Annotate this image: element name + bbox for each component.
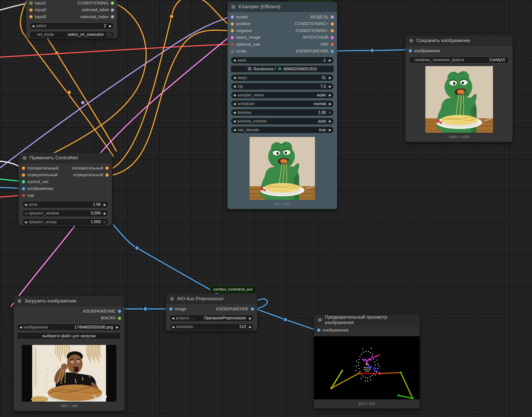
node-title-bar[interactable]: KSampler (Efficient) [227,2,337,12]
widget-preproc-...[interactable]: ◀preproc ...OpenposePreprocessor▶ [169,315,254,322]
node-image-preview[interactable] [22,345,116,402]
widget-steps[interactable]: ◀steps31▶ [231,74,334,81]
node-title-bar[interactable]: Предварительный просмотр изображения [314,315,420,325]
node-collapse-icon[interactable] [409,39,413,42]
widget-выберите-файл-для-загрузки[interactable]: выберите файл для загрузки [17,332,121,339]
widget-scheduler[interactable]: ◀schedulernormal▶ [231,100,334,107]
slot-dot[interactable] [105,173,109,177]
slot-dot[interactable] [29,8,33,12]
widget-seed[interactable]: ◀seed-1▶ [231,57,334,64]
widget-cfg[interactable]: ◀cfg7.0▶ [231,83,334,90]
input-slot-изображения[interactable]: изображения [317,328,349,333]
input-slot-negative[interactable]: negative [231,28,252,33]
input-slot-vae[interactable]: vae [22,193,34,198]
node-image-preview[interactable] [314,336,420,399]
slot-dot[interactable] [111,1,114,5]
slot-dot[interactable] [231,29,234,32]
input-slot-script[interactable]: script [231,49,246,54]
node-title-bar[interactable]: Применить ControlNet [19,153,112,163]
slot-dot[interactable] [118,310,121,313]
slot-dot[interactable] [231,43,234,46]
input-slot-отрицательный[interactable]: отрицательный [22,172,57,177]
output-slot-отрицательный[interactable]: отрицательный [73,172,109,177]
slot-dot[interactable] [111,15,114,18]
slot-dot[interactable] [331,29,334,32]
input-slot-изображения[interactable]: изображения [409,48,440,53]
output-slot-МОДЕЛЬ[interactable]: МОДЕЛЬ [310,15,334,20]
slot-dot[interactable] [409,49,412,52]
slot-dot[interactable] [331,36,334,39]
node-load-image[interactable]: Загрузить изображениеИЗОБРАЖЕНИЕМАСКА◀из… [14,296,124,411]
slot-dot[interactable] [22,167,25,170]
slot-dot[interactable] [29,1,33,5]
input-slot-latent_image[interactable]: latent_image [231,35,260,40]
slot-dot[interactable] [22,180,25,183]
node-preview-image[interactable]: Предварительный просмотр изображенияизоб… [314,315,420,409]
input-slot-image[interactable]: image [169,307,186,312]
node-collapse-icon[interactable] [231,5,235,9]
output-slot-VAE[interactable]: VAE [320,42,334,47]
widget-сила[interactable]: ◀сила1.00▶ [22,201,109,208]
widget-vae_decode[interactable]: ◀vae_decodetrue▶ [231,126,334,133]
node-collapse-icon[interactable] [18,299,21,303]
slot-dot[interactable] [22,173,25,177]
input-slot-input3[interactable]: input3 [29,14,46,19]
node-title-bar[interactable]: AIO Aux Preprocessor [166,294,257,304]
input-slot-control_net[interactable]: control_net [22,179,48,184]
slot-dot[interactable] [331,50,334,53]
slot-dot[interactable] [105,167,109,170]
input-slot-input1[interactable]: input1 [29,1,46,6]
node-title-bar[interactable]: Сохранить изображение [405,36,513,46]
node-conditioning-switch[interactable]: input1CONDITIONINGinput2selected_labelin… [26,0,117,38]
node-aio-aux-preprocessor[interactable]: AIO Aux PreprocessorimageИЗОБРАЖЕНИЕ◀pre… [166,294,257,331]
node-apply-controlnet[interactable]: Применить ControlNetположительныйположит… [19,153,112,226]
widget-denoise[interactable]: ◀denoise1.00▶ [231,109,334,116]
node-image-preview[interactable] [425,66,493,133]
widget-sel_mode[interactable]: sel_modeselect_on_execution [29,31,114,38]
slot-dot[interactable] [231,50,234,53]
widget-Randomize-[interactable]: ⚄Randomize /♻806692406051933 [231,65,334,73]
node-collapse-icon[interactable] [318,318,322,322]
node-title-bar[interactable]: Загрузить изображение [14,296,124,306]
slot-dot[interactable] [317,329,320,332]
node-collapse-icon[interactable] [23,156,26,160]
output-slot-МАСКА[interactable]: МАСКА [101,316,121,321]
slot-dot[interactable] [231,15,234,19]
node-ksampler-efficient[interactable]: KSampler (Efficient)modelМОДЕЛЬpositiveC… [227,2,337,209]
output-slot-ИЗОБРАЖЕНИЕ[interactable]: ИЗОБРАЖЕНИЕ [216,307,254,312]
widget-sampler_name[interactable]: ◀sampler_nameeuler▶ [231,91,334,99]
widget-resolution[interactable]: ◀resolution512▶ [169,323,254,331]
input-slot-положительный[interactable]: положительный [22,166,58,171]
node-graph-canvas[interactable]: comfyui_controlnet_aux input1CONDITIONIN… [0,0,532,417]
input-slot-input2[interactable]: input2 [29,7,46,12]
widget-preview_method[interactable]: ◀preview_methodauto▶ [231,118,334,125]
slot-dot[interactable] [331,15,334,19]
widget-префикс_названия_файла[interactable]: префикс_названия_файлаComfyUI [409,56,509,64]
output-slot-ИЗОБРАЖЕНИЕ[interactable]: ИЗОБРАЖЕНИЕ [83,309,121,314]
slot-dot[interactable] [29,15,33,18]
slot-dot[interactable] [231,22,234,26]
output-slot-положительный[interactable]: положительный [72,166,109,171]
input-slot-optional_vae[interactable]: optional_vae [231,42,260,47]
slot-dot[interactable] [118,317,121,320]
toggle-knob[interactable] [106,32,112,37]
output-slot-CONDITIONING[interactable]: CONDITIONING [77,1,114,6]
input-slot-positive[interactable]: positive [231,21,251,26]
slot-dot[interactable] [22,194,25,197]
output-slot-selected_index[interactable]: selected_index [81,14,114,19]
slot-dot[interactable] [331,43,334,46]
widget-процент_начала[interactable]: ◀процент_начала0.000▶ [22,210,109,217]
node-collapse-icon[interactable] [170,297,174,301]
output-slot-ЛАТЕНТНЫЙ[interactable]: ЛАТЕНТНЫЙ [302,35,334,40]
slot-dot[interactable] [331,22,334,26]
output-slot-CONDITIONING+[interactable]: CONDITIONING+ [295,21,334,26]
slot-dot[interactable] [251,307,254,311]
widget-select[interactable]: ◀select2▶ [29,22,114,30]
input-slot-изображение[interactable]: изображение [22,186,53,191]
output-slot-ИЗОБРАЖЕНИЕ[interactable]: ИЗОБРАЖЕНИЕ [296,49,334,54]
node-image-preview[interactable] [250,137,315,200]
slot-dot[interactable] [111,8,114,12]
slot-dot[interactable] [231,36,234,39]
node-save-image[interactable]: Сохранить изображениеизображенияпрефикс_… [405,36,513,142]
widget-процент_конца[interactable]: ◀процент_конца1.000▶ [22,218,109,226]
